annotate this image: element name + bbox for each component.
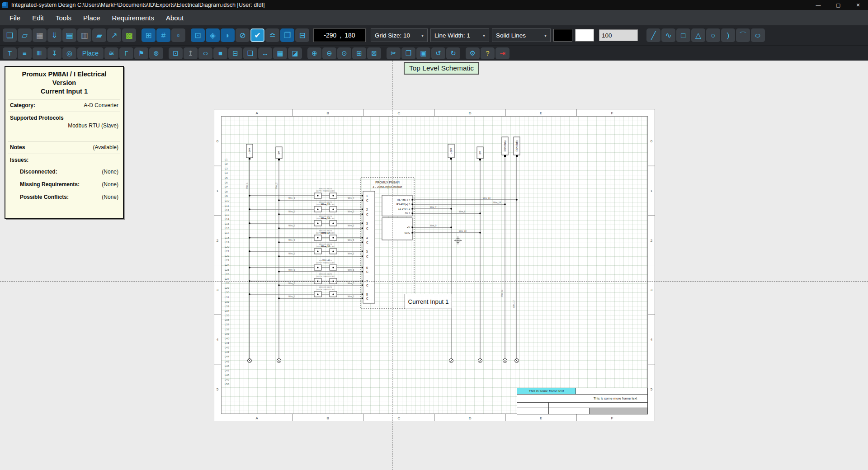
line-width-dropdown[interactable]: Line Width: 1▾: [430, 28, 489, 42]
undo-icon[interactable]: ↺: [431, 47, 445, 59]
label-tag-icon[interactable]: ⚑: [134, 47, 148, 59]
chip-icon[interactable]: ▩: [122, 28, 136, 42]
help-icon[interactable]: ?: [481, 47, 495, 59]
right-wire[interactable]: Wire_10: [413, 230, 481, 234]
rung-group-7[interactable]: MIRCOID XBLT3DEPTH TRANSDUCERWire_5Wire_…: [249, 273, 363, 286]
title-block[interactable]: This is some frame textThis is some more…: [517, 388, 648, 414]
sheet-ref-icon[interactable]: ❏: [243, 47, 257, 59]
rung-group-6[interactable]: MIRCOID XBLT3DEPTH TRANSDUCERWire_5Wire_…: [249, 260, 363, 273]
minimize-button[interactable]: —: [808, 0, 828, 10]
zoom-in-icon[interactable]: ⊕: [307, 47, 321, 59]
sheet-settings-icon[interactable]: ⊡: [191, 28, 205, 42]
target-origin-icon[interactable]: ◎: [62, 47, 76, 59]
rung-group-1[interactable]: MIRCOID XBLT3DEPTH TRANSDUCERWire_3Wire_…: [249, 188, 363, 201]
redo-icon[interactable]: ↻: [446, 47, 460, 59]
current-input-label[interactable]: Current Input 1: [405, 294, 452, 309]
rung-group-5[interactable]: MIRCOID XBLT3DEPTH TRANSDUCERWire_18Wire…: [249, 244, 363, 257]
check-mode-icon[interactable]: ✔: [250, 28, 264, 42]
menu-place[interactable]: Place: [77, 10, 106, 25]
net-list-icon[interactable]: ⊟: [295, 28, 309, 42]
bus-terminal[interactable]: RS485(A): [502, 137, 508, 363]
rung-group-8[interactable]: MIRCOID XBLT3DEPTH TRANSDUCERWire_5Wire_…: [249, 287, 363, 299]
notes-grid-icon[interactable]: ▦: [273, 47, 287, 59]
bus-terminal[interactable]: 0V: [477, 147, 483, 363]
fit-screen-icon[interactable]: ⊠: [367, 47, 381, 59]
canvas[interactable]: AABBCCDDEEFF001122334455L1L2L3L4L5L6L7L8…: [0, 61, 868, 470]
no-draw-icon[interactable]: ⊘: [236, 28, 250, 42]
right-wire[interactable]: Wire_7: [413, 206, 452, 210]
menu-requirements[interactable]: Requirements: [106, 10, 160, 25]
hierarchy-export-icon[interactable]: ↗: [107, 28, 121, 42]
import-icon[interactable]: ⇓: [47, 28, 61, 42]
small-grid-icon[interactable]: ▫: [171, 28, 185, 42]
copy-icon[interactable]: ❐: [401, 47, 415, 59]
upload-icon[interactable]: ↥: [184, 47, 198, 59]
circle-tool-icon[interactable]: ○: [706, 28, 720, 42]
menu-tools[interactable]: Tools: [50, 10, 77, 25]
polyline-tool-icon[interactable]: ∿: [661, 28, 675, 42]
cut-icon[interactable]: ✂: [387, 47, 401, 59]
corner-tool-icon[interactable]: Γ: [119, 47, 133, 59]
bus-terminal[interactable]: +24V: [246, 144, 253, 363]
text-tool-icon[interactable]: T: [3, 47, 17, 59]
folder-icon[interactable]: ▰: [92, 28, 106, 42]
select-region-icon[interactable]: ⊡: [169, 47, 183, 59]
zoom-out-icon[interactable]: ⊖: [322, 47, 336, 59]
open-folder-icon[interactable]: ▱: [18, 28, 32, 42]
no-connect-icon[interactable]: ⊗: [149, 47, 163, 59]
rung-group-2[interactable]: MIRCOID XBLT3DEPTH TRANSDUCERWire_15Wire…: [249, 202, 363, 215]
filled-rect-tool-icon[interactable]: ■: [213, 47, 227, 59]
invert-tool-icon[interactable]: ◪: [288, 47, 302, 59]
print-icon[interactable]: ▤: [62, 28, 76, 42]
oval-tool-icon[interactable]: ○: [198, 47, 212, 59]
place-button[interactable]: Place: [77, 47, 104, 59]
copy-sheet-icon[interactable]: ❐: [280, 28, 294, 42]
promux-module[interactable]: PROMUX PM8AI/I4 - 20mA Input Module1C2C3…: [361, 178, 414, 309]
fill-color-swatch[interactable]: [575, 29, 594, 42]
close-button[interactable]: ✕: [848, 0, 868, 10]
rung-group-3[interactable]: MIRCOID XBLT3DEPTH TRANSDUCERWire_16Wire…: [249, 216, 363, 229]
menu-about[interactable]: About: [160, 10, 189, 25]
fit-page-icon[interactable]: ⊞: [352, 47, 366, 59]
settings-icon[interactable]: ⚙: [466, 47, 480, 59]
print-preview-icon[interactable]: ▥: [77, 28, 91, 42]
maximize-button[interactable]: ▢: [828, 0, 848, 10]
right-wire[interactable]: Wire_8: [413, 211, 481, 214]
schematic-sheet[interactable]: AABBCCDDEEFF001122334455L1L2L3L4L5L6L7L8…: [214, 109, 655, 421]
right-wire[interactable]: Wire_9: [413, 225, 452, 228]
align-horizontal-icon[interactable]: ≡: [18, 47, 32, 59]
line-tool-icon[interactable]: ╱: [646, 28, 660, 42]
save-icon[interactable]: ▦: [33, 28, 47, 42]
waves-tool-icon[interactable]: ≋: [104, 47, 118, 59]
right-wire[interactable]: Wire_14: [413, 202, 506, 205]
menu-edit[interactable]: Edit: [26, 10, 50, 25]
bus-terminal[interactable]: +24V: [448, 144, 454, 363]
grid-toggle-icon[interactable]: ⊞: [142, 28, 156, 42]
stroke-color-swatch[interactable]: [553, 29, 572, 42]
net-mode-icon[interactable]: ≏: [265, 28, 279, 42]
paste-icon[interactable]: ▣: [416, 47, 430, 59]
polygon-tool-icon[interactable]: △: [691, 28, 705, 42]
ellipse-tool-icon[interactable]: ○: [751, 28, 765, 42]
menu-file[interactable]: File: [4, 10, 26, 25]
layers-icon[interactable]: ◈: [206, 28, 220, 42]
right-wire[interactable]: Wire_13: [413, 197, 518, 201]
arc-segment-icon[interactable]: ◗: [221, 28, 235, 42]
ground-symbol-icon[interactable]: ↧: [47, 47, 61, 59]
zoom-window-icon[interactable]: ⊙: [337, 47, 351, 59]
align-vertical-icon[interactable]: ≣: [33, 47, 47, 59]
arc-tool-icon[interactable]: ): [721, 28, 735, 42]
rect-tool-icon[interactable]: □: [676, 28, 690, 42]
snap-grid-icon[interactable]: #: [156, 28, 170, 42]
curve-tool-icon[interactable]: ⌒: [736, 28, 750, 42]
top-level-schematic-label[interactable]: Top Level Schematic: [404, 62, 479, 75]
line-style-dropdown[interactable]: Solid Lines▾: [492, 28, 551, 42]
grid-size-dropdown[interactable]: Grid Size: 10▾: [371, 28, 428, 42]
exit-icon[interactable]: ⇥: [495, 47, 509, 59]
rung-group-4[interactable]: MIRCOID XBLT3DEPTH TRANSDUCERWire_17Wire…: [249, 230, 363, 243]
dimension-tool-icon[interactable]: ↔: [258, 47, 272, 59]
bus-terminal[interactable]: 0V: [276, 147, 282, 363]
bus-terminal[interactable]: RS485(B): [514, 137, 520, 363]
zoom-level-input[interactable]: 100: [599, 29, 638, 41]
new-file-icon[interactable]: ❏: [3, 28, 17, 42]
